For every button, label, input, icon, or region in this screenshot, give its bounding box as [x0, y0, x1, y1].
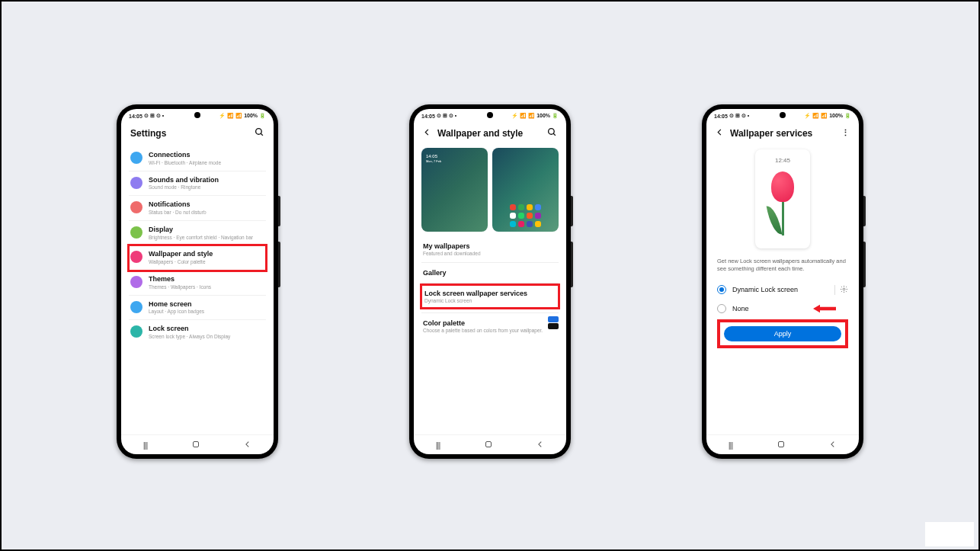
settings-item-display[interactable]: DisplayBrightness · Eye comfort shield ·… [129, 221, 266, 246]
svg-marker-7 [813, 304, 836, 312]
item-subtitle: Featured and downloaded [423, 251, 557, 256]
settings-item-themes[interactable]: ThemesThemes · Wallpapers · Icons [129, 271, 266, 296]
settings-item-lock-screen[interactable]: Lock screenScreen lock type · Always On … [129, 320, 266, 344]
settings-item-subtitle: Wi-Fi · Bluetooth · Airplane mode [149, 160, 221, 166]
back-icon[interactable] [716, 127, 724, 139]
search-icon[interactable] [255, 127, 264, 139]
settings-item-title: Themes [149, 275, 211, 284]
homescreen-preview[interactable] [492, 148, 559, 232]
gallery-item[interactable]: Gallery [421, 264, 559, 281]
camera-notch [487, 112, 493, 118]
settings-icon[interactable] [834, 285, 848, 295]
settings-item-title: Connections [149, 151, 221, 159]
settings-item-title: Home screen [149, 300, 204, 309]
navigation-bar: ||| [414, 434, 566, 454]
settings-item-title: Sounds and vibration [149, 176, 219, 184]
settings-item-icon [130, 251, 143, 263]
settings-item-title: Notifications [149, 200, 207, 209]
settings-item-subtitle: Screen lock type · Always On Display [149, 334, 230, 340]
settings-item-notifications[interactable]: NotificationsStatus bar · Do not disturb [129, 196, 266, 221]
status-battery: ⚡ 📶 📶 100% 🔋 [219, 113, 266, 119]
settings-item-subtitle: Themes · Wallpapers · Icons [149, 284, 211, 290]
status-indicators: ⊙ ⊞ ⊙ • [144, 113, 164, 119]
lockscreen-preview[interactable]: 14:05Mon, 7 Feb [421, 148, 488, 232]
settings-item-title: Lock screen [149, 325, 230, 333]
item-title: Color palette [423, 319, 543, 327]
lockscreen-preview: 12:45 [755, 149, 810, 248]
svg-point-3 [549, 129, 555, 135]
item-title: Gallery [423, 269, 557, 277]
nav-recents[interactable]: ||| [143, 440, 148, 450]
watermark [925, 522, 974, 546]
svg-point-6 [843, 288, 845, 290]
settings-item-icon [130, 152, 143, 164]
color-palette-item[interactable]: Color palette Choose a palette based on … [421, 315, 559, 338]
option-none[interactable]: None [714, 300, 851, 318]
my-wallpapers-item[interactable]: My wallpapers Featured and downloaded [421, 238, 559, 261]
option-dynamic-lock-screen[interactable]: Dynamic Lock screen [714, 280, 851, 300]
phone-side-button [278, 242, 280, 287]
settings-item-icon [130, 201, 143, 213]
lock-screen-services-item[interactable]: Lock screen wallpaper services Dynamic L… [421, 285, 559, 308]
apply-button[interactable]: Apply [724, 326, 841, 341]
nav-home[interactable] [484, 440, 493, 450]
back-icon[interactable] [423, 127, 431, 139]
nav-home[interactable] [777, 440, 786, 450]
swatch [548, 323, 559, 329]
settings-header: Settings [121, 123, 274, 146]
nav-back[interactable] [536, 440, 544, 450]
preview-clock: 12:45 [775, 157, 790, 164]
nav-back[interactable] [829, 440, 837, 450]
settings-item-sounds-and-vibration[interactable]: Sounds and vibrationSound mode · Rington… [129, 171, 266, 197]
swatch [548, 316, 559, 322]
navigation-bar: ||| [121, 434, 274, 454]
status-time: 14:05 [421, 114, 435, 119]
settings-item-title: Display [149, 226, 253, 234]
nav-back[interactable] [244, 440, 251, 450]
preview-clock: 14:05Mon, 7 Feb [426, 154, 441, 163]
page-title: Settings [130, 128, 248, 139]
radio-icon [717, 304, 726, 313]
status-time: 14:05 [129, 114, 143, 119]
radio-icon [717, 285, 726, 294]
phone-side-button [571, 196, 573, 226]
nav-home[interactable] [191, 440, 200, 450]
settings-item-icon [130, 226, 143, 239]
settings-item-subtitle: Layout · App icon badges [149, 309, 204, 315]
settings-item-wallpaper-and-style[interactable]: Wallpaper and styleWallpapers · Color pa… [129, 245, 266, 271]
item-subtitle: Dynamic Lock screen [424, 298, 556, 303]
annotation-arrow-icon [813, 303, 836, 312]
phone-side-button [863, 196, 866, 226]
phone-side-button [571, 242, 573, 287]
status-indicators: ⊙ ⊞ ⊙ • [729, 113, 749, 119]
svg-point-0 [256, 129, 262, 135]
settings-item-home-screen[interactable]: Home screenLayout · App icon badges [129, 296, 266, 321]
svg-rect-2 [193, 441, 198, 447]
item-title: Lock screen wallpaper services [424, 290, 556, 297]
wallpaper-previews: 14:05Mon, 7 Feb [421, 146, 559, 238]
camera-notch [780, 112, 786, 118]
phone-mockup-wallpaper-services: 14:05⊙ ⊞ ⊙ • ⚡ 📶 📶 100% 🔋 Wallpaper serv… [702, 104, 863, 459]
settings-item-icon [130, 301, 143, 313]
settings-item-icon [130, 325, 143, 338]
item-title: My wallpapers [423, 242, 557, 250]
phone-side-button [863, 242, 866, 287]
svg-rect-5 [485, 441, 491, 447]
status-indicators: ⊙ ⊞ ⊙ • [437, 113, 456, 119]
nav-recents[interactable]: ||| [729, 440, 733, 450]
settings-item-subtitle: Sound mode · Ringtone [149, 184, 219, 191]
search-icon[interactable] [547, 127, 557, 139]
settings-item-icon [130, 177, 143, 189]
page-title: Wallpaper and style [437, 128, 541, 139]
more-icon[interactable]: ⋮ [841, 128, 850, 138]
settings-item-icon [130, 276, 143, 288]
navigation-bar: ||| [706, 434, 859, 454]
phone-side-button [278, 196, 280, 226]
svg-rect-8 [778, 441, 783, 447]
item-subtitle: Choose a palette based on colors from yo… [423, 328, 543, 333]
palette-swatches [548, 316, 559, 329]
svg-line-4 [553, 133, 556, 136]
status-time: 14:05 [714, 114, 728, 119]
settings-item-connections[interactable]: ConnectionsWi-Fi · Bluetooth · Airplane … [129, 146, 266, 171]
nav-recents[interactable]: ||| [436, 440, 440, 450]
